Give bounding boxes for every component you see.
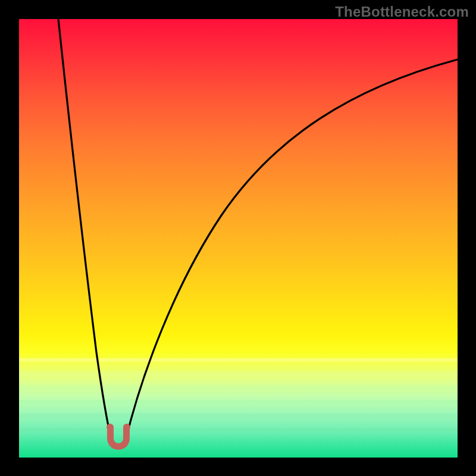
optimum-marker <box>107 427 130 450</box>
plot-area <box>19 19 458 458</box>
watermark-text: TheBottleneck.com <box>335 4 469 20</box>
curve-left-branch <box>58 19 112 443</box>
chart-frame: TheBottleneck.com <box>0 0 476 476</box>
bottleneck-curve <box>19 19 458 458</box>
curve-right-branch <box>125 60 458 443</box>
